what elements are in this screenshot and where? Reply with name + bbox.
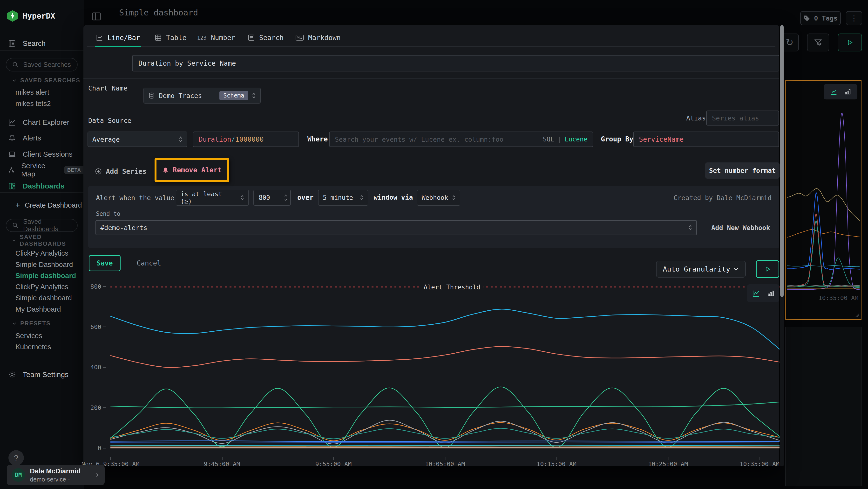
number-stepper[interactable]	[281, 190, 290, 205]
granularity-select[interactable]: Auto Granularity	[656, 261, 746, 278]
window-via-label: window via	[374, 194, 413, 201]
dashboard-tile[interactable]	[785, 327, 862, 486]
kebab-menu-button[interactable]: ⋮	[846, 11, 862, 25]
cancel-button[interactable]: Cancel	[137, 255, 161, 271]
chevron-updown-icon	[360, 195, 363, 201]
sidebar-item-client-sessions[interactable]: Client Sessions	[8, 148, 80, 160]
bar-chart-icon[interactable]	[767, 289, 775, 297]
add-new-webhook-button[interactable]: Add New Webhook	[711, 220, 770, 235]
aggregation-value: Average	[92, 136, 175, 143]
sidebar-item-search[interactable]: Search	[8, 38, 75, 49]
alert-channel-select[interactable]: Webhook	[417, 190, 460, 206]
brand[interactable]: HyperDX	[7, 10, 55, 22]
remove-alert-button-highlighted[interactable]: Remove Alert	[155, 158, 229, 182]
tab-line-bar[interactable]: Line/Bar	[96, 32, 140, 44]
webhook-select[interactable]: #demo-alerts	[95, 220, 697, 235]
saved-searches-header[interactable]: SAVED SEARCHES	[11, 76, 80, 85]
alert-threshold-input[interactable]: 800	[253, 190, 291, 206]
schema-badge[interactable]: Schema	[219, 91, 248, 100]
saved-dashboard-item[interactable]: Simple dashboard	[16, 292, 72, 304]
series-orange-line	[787, 230, 860, 237]
chevron-up-icon[interactable]	[284, 195, 287, 197]
saved-dashboard-item[interactable]: ClickPy Analytics	[16, 248, 68, 259]
group-by-input[interactable]: ServiceName	[633, 132, 779, 147]
presets-header[interactable]: PRESETS	[11, 319, 51, 328]
create-dashboard-button[interactable]: + Create Dashboard	[16, 200, 82, 211]
preset-item[interactable]: Services	[16, 330, 42, 341]
alert-window-select[interactable]: 5 minute	[318, 190, 368, 206]
set-number-format-button[interactable]: Set number format	[705, 163, 779, 179]
query-language-toggle[interactable]: SQL | Lucene	[543, 136, 587, 143]
saved-dashboards-header[interactable]: SAVED DASHBOARDS	[11, 236, 84, 245]
sidebar-item-label: Dashboards	[23, 182, 64, 190]
gear-icon	[8, 371, 17, 378]
resize-handle-icon[interactable]	[855, 313, 859, 318]
run-chart-button[interactable]	[756, 260, 779, 278]
sidebar-item-service-map[interactable]: Service Map BETA	[8, 164, 84, 176]
scrollbar-thumb[interactable]	[780, 25, 784, 297]
tab-table[interactable]: Table	[155, 32, 186, 44]
tags-button[interactable]: 0 Tags	[800, 11, 841, 25]
sql-toggle[interactable]: SQL	[543, 136, 554, 143]
user-menu[interactable]: DM Dale McDiarmid demo-service -	[7, 465, 105, 485]
alert-threshold-value: 800	[259, 194, 281, 201]
help-button[interactable]: ?	[8, 450, 24, 466]
chevron-updown-icon	[252, 92, 256, 99]
search-icon	[12, 61, 19, 68]
user-name: Dale McDiarmid	[30, 467, 90, 475]
alert-condition-select[interactable]: is at least (≥)	[176, 190, 249, 206]
chart-name-value[interactable]	[138, 59, 774, 67]
saved-searches-input[interactable]: Saved Searches	[6, 58, 78, 71]
chevron-down-icon[interactable]	[284, 199, 287, 201]
saved-dashboards-input[interactable]: Saved Dashboards	[6, 219, 78, 232]
tab-number[interactable]: 123 Number	[197, 32, 235, 44]
chevron-updown-icon	[241, 195, 244, 201]
saved-dashboard-item-active[interactable]: Simple dashboard	[16, 270, 76, 281]
sidebar-item-chart-explorer[interactable]: Chart Explorer	[8, 117, 80, 128]
dashboard-tile-selected[interactable]: 10:35:00 AM	[785, 80, 862, 320]
play-icon	[765, 266, 771, 272]
tag-icon	[803, 15, 810, 22]
run-query-button-bg[interactable]	[838, 33, 862, 51]
field-expression-input[interactable]: Duration/1000000	[193, 132, 299, 147]
data-source-select[interactable]: Demo Traces Schema	[144, 88, 261, 104]
line-chart-icon[interactable]	[830, 88, 838, 95]
preset-item[interactable]: Kubernetes	[16, 341, 51, 352]
chart-name-input[interactable]	[132, 55, 779, 71]
user-subtitle: demo-service -	[30, 476, 90, 483]
service-map-icon	[8, 166, 15, 174]
save-button[interactable]: Save	[89, 255, 121, 271]
chart-type-toggle[interactable]	[747, 284, 779, 302]
y-tick-label: 800	[90, 283, 106, 290]
line-chart-icon[interactable]	[751, 289, 761, 297]
tab-markdown[interactable]: Markdown	[296, 32, 341, 44]
chevron-updown-icon	[689, 225, 692, 230]
saved-dashboard-item[interactable]: My Dashboard	[16, 304, 61, 315]
saved-searches-placeholder: Saved Searches	[23, 61, 71, 68]
saved-dashboard-item[interactable]: Simple Dashboard	[16, 259, 73, 270]
alias-input[interactable]: Series alias	[706, 111, 779, 125]
saved-search-item[interactable]: mikes tets2	[16, 98, 51, 109]
bar-chart-icon[interactable]	[844, 88, 851, 95]
x-tick-label: 10:05:00 AM	[425, 461, 465, 467]
y-tick-label: 600	[90, 323, 106, 330]
kebab-icon: ⋮	[850, 14, 858, 23]
tab-search[interactable]: Search	[248, 32, 283, 44]
sidebar-item-team-settings[interactable]: Team Settings	[8, 369, 80, 380]
bell-icon	[162, 167, 169, 174]
saved-search-item[interactable]: mikes alert	[16, 87, 49, 98]
saved-dashboard-item[interactable]: ClickPy Analytics	[16, 281, 68, 292]
add-series-button[interactable]: Add Series	[95, 166, 147, 177]
sidebar-item-alerts[interactable]: Alerts	[8, 132, 80, 144]
send-to-label: Send to	[96, 210, 120, 217]
sidebar-collapse-icon[interactable]	[91, 11, 102, 22]
sidebar-item-dashboards[interactable]: Dashboards	[8, 180, 80, 192]
lucene-toggle[interactable]: Lucene	[565, 136, 587, 143]
alias-placeholder: Series alias	[712, 114, 759, 122]
where-search-input[interactable]: Search your events w/ Lucene ex. column:…	[329, 132, 593, 147]
series-cyan-line	[111, 309, 779, 349]
series-green-flat	[111, 402, 779, 408]
aggregation-select[interactable]: Average	[88, 132, 187, 147]
filter-button[interactable]	[807, 33, 829, 51]
chart-type-toggle[interactable]	[824, 84, 858, 99]
